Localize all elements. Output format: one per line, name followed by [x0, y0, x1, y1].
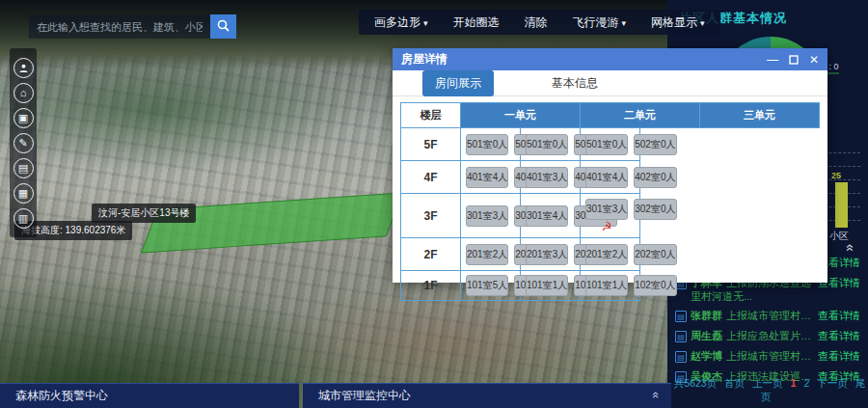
- unit-cell: 401室4人402室0人: [461, 161, 521, 194]
- map-toolbar: 画多边形▾开始圈选清除飞行漫游▾网格显示▾: [359, 10, 720, 35]
- page-首页[interactable]: 首页: [724, 377, 745, 389]
- bottom-panel-label: 森林防火预警中心: [15, 388, 108, 404]
- unit-column-header: 三单元: [700, 103, 820, 128]
- maximize-icon[interactable]: [789, 55, 799, 65]
- toolbar-item-4[interactable]: 网格显示▾: [651, 14, 705, 31]
- list-item: ▤张群群上报城市管理村内河道地势...查看详情: [675, 310, 860, 323]
- tab-房间展示[interactable]: 房间展示: [422, 70, 494, 96]
- minimize-icon[interactable]: —: [767, 54, 778, 66]
- unit-column-header: 二单元: [581, 103, 700, 128]
- view-detail-link[interactable]: 查看详情: [818, 310, 860, 323]
- page-2[interactable]: 2: [803, 377, 809, 389]
- page-下一页[interactable]: 下一页: [817, 377, 848, 389]
- room-button[interactable]: 202室0人: [634, 244, 676, 265]
- bottom-bar: 森林防火预警中心城市管理监控中心«: [0, 383, 671, 408]
- search-button[interactable]: [210, 14, 236, 39]
- room-button[interactable]: 301室3人: [585, 199, 628, 220]
- smart-city-dashboard: 汶河-安居小区13号楼 海拔高度: 139.602376米 ⌂▣✎▤▦▥ 画多边…: [0, 0, 868, 408]
- unit-cell: 201室2人202室0人: [581, 238, 640, 271]
- document-tool-icon[interactable]: ▤: [14, 158, 34, 178]
- grid-tool-icon[interactable]: ▦: [14, 183, 34, 204]
- room-button[interactable]: 201室2人: [585, 244, 628, 265]
- search-icon: [217, 19, 230, 35]
- room-button[interactable]: 401室4人: [466, 167, 508, 188]
- toolbar-item-2[interactable]: 清除: [525, 14, 548, 31]
- layers-tool-icon[interactable]: ▣: [14, 108, 34, 128]
- page-total: 共5623页: [674, 377, 717, 389]
- bar-collapse-chevron-up-icon[interactable]: «: [650, 392, 663, 398]
- room-button[interactable]: 501室0人: [466, 134, 508, 155]
- list-item: ▤赵学博上报城市管理村西农田边上...查看详情: [675, 350, 860, 364]
- modal-tabs: 房间展示基本信息: [393, 70, 827, 96]
- view-detail-link[interactable]: 查看详情: [818, 350, 860, 364]
- party-emblem-icon: ☭: [602, 221, 612, 232]
- unit-cell: 301室4人302室0人: [521, 194, 581, 238]
- tab-基本信息[interactable]: 基本信息: [539, 70, 610, 96]
- room-button[interactable]: 101室1人: [585, 275, 628, 296]
- unit-cell: 401室3人402室2人: [521, 161, 581, 194]
- room-button[interactable]: 401室4人: [585, 167, 628, 188]
- floor-label: 2F: [401, 238, 461, 271]
- room-button[interactable]: 401室3人: [526, 167, 568, 188]
- search-input[interactable]: [29, 14, 210, 39]
- table-row: 5F501室0人502室0人501室0人502室0人501室0人502室0人: [401, 128, 820, 161]
- toolbar-item-0[interactable]: 画多边形▾: [374, 14, 428, 31]
- bottom-panel-1[interactable]: 城市管理监控中心«: [303, 383, 671, 408]
- unit-cell: 301室3人302室0人: [461, 194, 521, 238]
- reporter-name: 赵学博: [691, 350, 722, 362]
- unit-cell: 201室3人202室1人: [521, 238, 581, 271]
- house-detail-modal: 房屋详情 — ✕ 房间展示基本信息 楼层一单元二单元三单元5F501室0人502…: [393, 48, 827, 283]
- toolbar-item-3[interactable]: 飞行漫游▾: [573, 14, 627, 31]
- room-button[interactable]: 502室0人: [634, 134, 676, 155]
- room-button[interactable]: 501室0人: [585, 134, 628, 155]
- home-tool-icon[interactable]: ⌂: [14, 83, 34, 103]
- room-button[interactable]: 101室1人: [526, 275, 568, 296]
- report-doc-icon: ▤: [675, 311, 687, 322]
- table-tool-icon[interactable]: ▥: [14, 208, 34, 229]
- bar: [835, 182, 848, 228]
- page-上一页[interactable]: 上一页: [752, 377, 783, 389]
- room-button[interactable]: 201室3人: [526, 244, 568, 265]
- building-label: 汶河-安居小区13号楼: [92, 204, 196, 223]
- unit-cell: 501室0人502室0人: [461, 128, 521, 161]
- reporter-name: 周生磊: [691, 330, 722, 341]
- report-doc-icon: ▤: [675, 351, 687, 363]
- unit-cell: 201室2人202室0人: [461, 238, 521, 271]
- table-row: 4F401室4人402室0人401室3人402室2人401室4人402室0人: [401, 161, 820, 194]
- floor-label: 4F: [401, 161, 461, 194]
- bottom-panel-label: 城市管理监控中心: [318, 388, 411, 404]
- bar-value: 25: [831, 171, 841, 180]
- draw-tool-icon[interactable]: ✎: [14, 133, 34, 153]
- selected-building-highlight[interactable]: [141, 192, 403, 253]
- room-button[interactable]: 101室5人: [466, 275, 508, 296]
- room-button[interactable]: 301室4人: [526, 205, 568, 227]
- bar-category: 小区: [829, 230, 849, 243]
- room-button[interactable]: 301室3人: [466, 205, 508, 227]
- bottom-panel-0[interactable]: 森林防火预警中心: [0, 383, 299, 408]
- unit-column-header: 一单元: [461, 103, 581, 128]
- reporter-name: 张群群: [691, 310, 722, 321]
- unit-cell: 501室0人502室0人: [581, 128, 640, 161]
- pagination: 共5623页首页上一页12下一页尾页: [667, 377, 868, 404]
- close-icon[interactable]: ✕: [809, 54, 819, 66]
- toolbar-item-1[interactable]: 开始圈选: [453, 14, 500, 31]
- table-row: 3F301室3人302室0人301室4人302室0人301室3人☭302室0人: [401, 194, 820, 238]
- unit-cell: 101室1人102室0人: [581, 271, 640, 301]
- page-1[interactable]: 1: [791, 377, 797, 389]
- room-button[interactable]: 102室0人: [634, 275, 676, 296]
- room-button[interactable]: 302室0人: [634, 199, 676, 220]
- room-button[interactable]: 402室0人: [634, 167, 676, 188]
- chevron-down-icon: ▾: [423, 18, 428, 28]
- user-tool-icon[interactable]: [14, 58, 34, 78]
- unit-cell: 301室3人☭302室0人: [581, 194, 640, 238]
- list-item: ▤周生磊上报应急处置片区内群众单...查看详情: [675, 330, 860, 343]
- report-text: 周生磊上报应急处置片区内群众单...: [691, 330, 813, 343]
- panel-collapse-chevron-up-icon[interactable]: «: [844, 244, 857, 252]
- unit-cell: 401室4人402室0人: [581, 161, 640, 194]
- room-button[interactable]: 501室0人: [526, 134, 568, 155]
- view-detail-link[interactable]: 查看详情: [818, 330, 860, 343]
- modal-title: 房屋详情: [401, 51, 767, 68]
- floor-label: 5F: [401, 128, 461, 161]
- room-button[interactable]: 201室2人: [466, 244, 508, 265]
- report-doc-icon: ▤: [675, 331, 687, 342]
